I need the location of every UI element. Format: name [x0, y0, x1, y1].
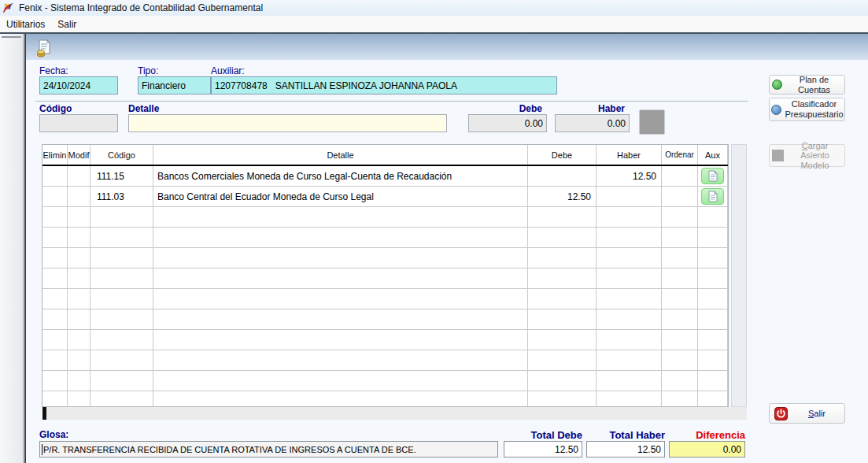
table-cell [68, 289, 90, 309]
table-cell [528, 269, 597, 288]
table-cell [42, 248, 68, 268]
title-bar: Fenix - Sistema Integrado de Contabilida… [0, 0, 868, 16]
table-cell [597, 371, 662, 391]
table-cell [42, 166, 68, 186]
total-debe-label: Total Debe [504, 429, 582, 441]
aux-document-button[interactable] [701, 188, 724, 205]
table-row[interactable] [42, 309, 728, 330]
plan-de-cuentas-button[interactable]: Plan de Cuentas [769, 75, 845, 94]
clasificador-label: Clasificador Presupuestario [785, 99, 844, 119]
table-cell [597, 207, 662, 227]
table-cell [528, 309, 597, 329]
table-cell [153, 330, 528, 350]
add-entry-button[interactable] [639, 109, 665, 135]
debe-input[interactable]: 0.00 [468, 114, 547, 132]
gray-square-icon [772, 150, 784, 161]
auxiliar-field[interactable]: 1207708478 SANTILLAN ESPINOZA JOHANNA PA… [211, 76, 557, 94]
aux-cell [698, 187, 728, 206]
table-cell [528, 391, 597, 406]
table-cell: 111.15 [90, 166, 153, 186]
table-row[interactable] [42, 330, 728, 350]
table-row[interactable] [42, 350, 728, 371]
table-cell [662, 187, 698, 206]
total-debe-field: 12.50 [504, 441, 582, 457]
window-title: Fenix - Sistema Integrado de Contabilida… [19, 2, 263, 13]
horizontal-scrollbar[interactable] [42, 407, 747, 420]
table-cell [597, 187, 662, 206]
table-cell [153, 207, 528, 227]
table-cell [153, 309, 528, 329]
cargar-asiento-modelo-button[interactable]: Cargar Asiento Modelo [769, 144, 845, 167]
table-row[interactable] [42, 371, 728, 391]
table-cell [42, 391, 68, 406]
codigo-input[interactable] [39, 114, 118, 132]
document-coins-icon[interactable] [35, 39, 54, 57]
table-cell [90, 248, 153, 268]
clasificador-presupuestario-button[interactable]: Clasificador Presupuestario [769, 98, 845, 121]
aux-cell [698, 350, 728, 370]
vertical-scrollbar[interactable] [731, 144, 747, 407]
header-debe: Debe [528, 145, 597, 165]
table-cell [90, 207, 153, 227]
table-row[interactable]: 111.15Bancos Comerciales Moneda de Curso… [42, 166, 728, 187]
table-cell [153, 371, 528, 391]
table-cell: Bancos Comerciales Moneda de Curso Legal… [153, 166, 528, 186]
table-cell [597, 330, 662, 350]
fecha-field[interactable]: 24/10/2024 [39, 76, 118, 94]
table-cell [90, 330, 153, 350]
table-cell [662, 166, 698, 186]
detalle-input[interactable] [128, 114, 447, 132]
table-row[interactable] [42, 289, 728, 309]
table-row[interactable] [42, 248, 728, 269]
total-haber-field: 12.50 [586, 441, 665, 457]
table-cell [68, 187, 90, 206]
haber-input[interactable]: 0.00 [555, 114, 630, 132]
table-cell: 12.50 [528, 187, 597, 206]
table-row[interactable]: 111.03Banco Central del Ecuador Moneda d… [42, 187, 728, 207]
table-cell [662, 269, 698, 288]
menu-salir[interactable]: Salir [51, 17, 83, 31]
tipo-field[interactable]: Financiero [138, 76, 211, 94]
table-cell [597, 248, 662, 268]
aux-document-button[interactable] [701, 168, 724, 184]
table-cell [662, 248, 698, 268]
aux-cell [698, 166, 728, 186]
table-cell [528, 330, 597, 350]
table-cell [662, 228, 698, 247]
table-cell [68, 350, 90, 370]
aux-cell [698, 248, 728, 268]
tipo-label: Tipo: [138, 65, 158, 76]
menu-bar: Utilitarios Salir [0, 16, 868, 32]
glosa-label: Glosa: [39, 429, 68, 440]
table-row[interactable] [42, 269, 728, 289]
table-cell [153, 350, 528, 370]
table-cell [42, 371, 68, 391]
table-row[interactable] [42, 391, 728, 406]
table-body: 111.15Bancos Comerciales Moneda de Curso… [42, 166, 728, 406]
glosa-text: P/R. TRANSFERENCIA RECIBIDA DE CUENTA RO… [43, 445, 416, 454]
aux-cell [698, 309, 728, 329]
table-row[interactable] [42, 207, 728, 228]
horizontal-scrollbar-thumb[interactable] [42, 407, 46, 420]
table-row[interactable] [42, 228, 728, 248]
table-cell [68, 391, 90, 406]
power-icon [774, 407, 788, 420]
menu-utilitarios[interactable]: Utilitarios [0, 17, 51, 31]
table-cell [153, 289, 528, 309]
table-cell [42, 228, 68, 247]
table-cell [90, 269, 153, 288]
table-cell [153, 228, 528, 247]
table-cell [597, 309, 662, 329]
table-cell [90, 228, 153, 247]
strip-handle [2, 36, 21, 38]
salir-button[interactable]: Salir [769, 403, 845, 424]
entries-table: Elimin Modif Código Detalle Debe Haber O… [42, 144, 729, 407]
table-cell [528, 371, 597, 391]
table-cell [597, 228, 662, 247]
table-cell [42, 330, 68, 350]
glosa-input[interactable]: P/R. TRANSFERENCIA RECIBIDA DE CUENTA RO… [39, 441, 498, 457]
aux-cell [698, 269, 728, 288]
codigo-label: Código [39, 103, 72, 114]
table-cell [153, 269, 528, 288]
table-cell [528, 350, 597, 370]
